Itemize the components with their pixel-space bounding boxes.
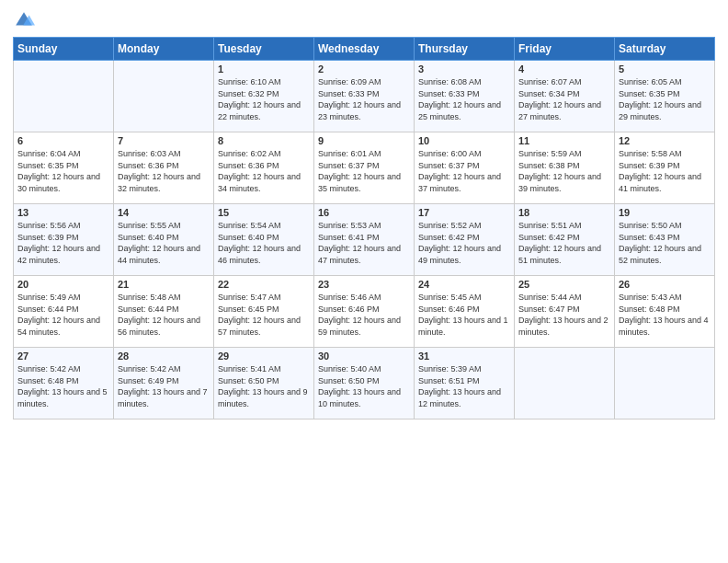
day-number: 31 [418,350,510,362]
day-info: Sunrise: 5:52 AM Sunset: 6:42 PM Dayligh… [418,220,510,266]
day-info: Sunrise: 6:04 AM Sunset: 6:35 PM Dayligh… [17,148,109,194]
calendar-header-wednesday: Wednesday [314,38,415,61]
calendar-cell: 8Sunrise: 6:02 AM Sunset: 6:36 PM Daylig… [214,132,314,204]
day-info: Sunrise: 5:48 AM Sunset: 6:44 PM Dayligh… [118,292,210,338]
day-number: 3 [418,63,510,75]
calendar-header-saturday: Saturday [615,38,715,61]
day-number: 6 [17,135,109,146]
day-number: 15 [218,207,310,218]
day-number: 29 [218,350,310,362]
day-number: 25 [518,279,610,290]
calendar-week-row: 27Sunrise: 5:42 AM Sunset: 6:48 PM Dayli… [14,348,715,419]
calendar-header-sunday: Sunday [14,38,114,61]
day-info: Sunrise: 5:39 AM Sunset: 6:51 PM Dayligh… [418,363,510,409]
day-info: Sunrise: 6:07 AM Sunset: 6:34 PM Dayligh… [518,76,610,122]
calendar-cell [515,348,615,419]
calendar-cell: 22Sunrise: 5:47 AM Sunset: 6:45 PM Dayli… [214,276,314,348]
day-number: 16 [318,207,410,218]
calendar-cell: 9Sunrise: 6:01 AM Sunset: 6:37 PM Daylig… [314,132,415,204]
day-number: 22 [218,279,310,290]
day-info: Sunrise: 5:47 AM Sunset: 6:45 PM Dayligh… [218,292,310,338]
day-info: Sunrise: 5:45 AM Sunset: 6:46 PM Dayligh… [418,292,510,338]
day-info: Sunrise: 6:08 AM Sunset: 6:33 PM Dayligh… [418,76,510,122]
day-number: 13 [17,207,109,218]
day-number: 14 [118,207,210,218]
day-number: 28 [118,350,210,362]
calendar-cell: 28Sunrise: 5:42 AM Sunset: 6:49 PM Dayli… [114,348,214,419]
day-number: 26 [619,279,711,290]
page: SundayMondayTuesdayWednesdayThursdayFrid… [0,0,728,563]
calendar-cell: 15Sunrise: 5:54 AM Sunset: 6:40 PM Dayli… [214,204,314,276]
day-info: Sunrise: 5:43 AM Sunset: 6:48 PM Dayligh… [619,292,711,338]
day-info: Sunrise: 5:54 AM Sunset: 6:40 PM Dayligh… [218,220,310,266]
calendar-cell: 30Sunrise: 5:40 AM Sunset: 6:50 PM Dayli… [314,348,415,419]
day-info: Sunrise: 5:41 AM Sunset: 6:50 PM Dayligh… [218,363,310,409]
day-info: Sunrise: 5:58 AM Sunset: 6:39 PM Dayligh… [619,148,711,194]
day-info: Sunrise: 6:01 AM Sunset: 6:37 PM Dayligh… [318,148,410,194]
calendar-cell: 13Sunrise: 5:56 AM Sunset: 6:39 PM Dayli… [14,204,114,276]
calendar-cell: 3Sunrise: 6:08 AM Sunset: 6:33 PM Daylig… [415,61,515,132]
day-info: Sunrise: 6:03 AM Sunset: 6:36 PM Dayligh… [118,148,210,194]
calendar-cell: 29Sunrise: 5:41 AM Sunset: 6:50 PM Dayli… [214,348,314,419]
calendar-cell: 19Sunrise: 5:50 AM Sunset: 6:43 PM Dayli… [615,204,715,276]
calendar-cell [615,348,715,419]
calendar-cell [14,61,114,132]
calendar-header-friday: Friday [515,38,615,61]
calendar-cell: 18Sunrise: 5:51 AM Sunset: 6:42 PM Dayli… [515,204,615,276]
day-info: Sunrise: 5:59 AM Sunset: 6:38 PM Dayligh… [518,148,610,194]
day-number: 2 [318,63,410,75]
day-number: 11 [518,135,610,146]
calendar-cell: 21Sunrise: 5:48 AM Sunset: 6:44 PM Dayli… [114,276,214,348]
calendar-cell: 24Sunrise: 5:45 AM Sunset: 6:46 PM Dayli… [415,276,515,348]
calendar-cell: 1Sunrise: 6:10 AM Sunset: 6:32 PM Daylig… [214,61,314,132]
day-info: Sunrise: 5:40 AM Sunset: 6:50 PM Dayligh… [318,363,410,409]
day-number: 17 [418,207,510,218]
day-info: Sunrise: 5:46 AM Sunset: 6:46 PM Dayligh… [318,292,410,338]
day-number: 8 [218,135,310,146]
day-number: 30 [318,350,410,362]
day-number: 5 [619,63,711,75]
day-info: Sunrise: 6:09 AM Sunset: 6:33 PM Dayligh… [318,76,410,122]
day-number: 21 [118,279,210,290]
calendar-cell: 11Sunrise: 5:59 AM Sunset: 6:38 PM Dayli… [515,132,615,204]
calendar-header-row: SundayMondayTuesdayWednesdayThursdayFrid… [14,38,715,61]
calendar-header-tuesday: Tuesday [214,38,314,61]
calendar-cell: 12Sunrise: 5:58 AM Sunset: 6:39 PM Dayli… [615,132,715,204]
day-number: 20 [17,279,109,290]
calendar-week-row: 6Sunrise: 6:04 AM Sunset: 6:35 PM Daylig… [14,132,715,204]
calendar-week-row: 13Sunrise: 5:56 AM Sunset: 6:39 PM Dayli… [14,204,715,276]
day-number: 24 [418,279,510,290]
logo [13,9,39,31]
day-number: 4 [518,63,610,75]
calendar-cell: 26Sunrise: 5:43 AM Sunset: 6:48 PM Dayli… [615,276,715,348]
day-number: 7 [118,135,210,146]
day-info: Sunrise: 6:02 AM Sunset: 6:36 PM Dayligh… [218,148,310,194]
calendar-cell: 2Sunrise: 6:09 AM Sunset: 6:33 PM Daylig… [314,61,415,132]
day-info: Sunrise: 5:50 AM Sunset: 6:43 PM Dayligh… [619,220,711,266]
day-info: Sunrise: 5:42 AM Sunset: 6:48 PM Dayligh… [17,363,109,409]
calendar-cell: 17Sunrise: 5:52 AM Sunset: 6:42 PM Dayli… [415,204,515,276]
logo-icon [13,9,35,31]
day-info: Sunrise: 5:55 AM Sunset: 6:40 PM Dayligh… [118,220,210,266]
calendar-header-monday: Monday [114,38,214,61]
day-number: 9 [318,135,410,146]
calendar-cell [114,61,214,132]
day-info: Sunrise: 5:56 AM Sunset: 6:39 PM Dayligh… [17,220,109,266]
day-info: Sunrise: 6:10 AM Sunset: 6:32 PM Dayligh… [218,76,310,122]
calendar-cell: 16Sunrise: 5:53 AM Sunset: 6:41 PM Dayli… [314,204,415,276]
calendar-table: SundayMondayTuesdayWednesdayThursdayFrid… [13,37,715,419]
day-number: 23 [318,279,410,290]
calendar-cell: 20Sunrise: 5:49 AM Sunset: 6:44 PM Dayli… [14,276,114,348]
calendar-cell: 7Sunrise: 6:03 AM Sunset: 6:36 PM Daylig… [114,132,214,204]
day-info: Sunrise: 5:44 AM Sunset: 6:47 PM Dayligh… [518,292,610,338]
calendar-cell: 27Sunrise: 5:42 AM Sunset: 6:48 PM Dayli… [14,348,114,419]
day-info: Sunrise: 5:49 AM Sunset: 6:44 PM Dayligh… [17,292,109,338]
day-number: 1 [218,63,310,75]
day-info: Sunrise: 6:00 AM Sunset: 6:37 PM Dayligh… [418,148,510,194]
day-number: 12 [619,135,711,146]
day-number: 27 [17,350,109,362]
calendar-cell: 25Sunrise: 5:44 AM Sunset: 6:47 PM Dayli… [515,276,615,348]
calendar-week-row: 1Sunrise: 6:10 AM Sunset: 6:32 PM Daylig… [14,61,715,132]
calendar-cell: 10Sunrise: 6:00 AM Sunset: 6:37 PM Dayli… [415,132,515,204]
calendar-cell: 31Sunrise: 5:39 AM Sunset: 6:51 PM Dayli… [415,348,515,419]
